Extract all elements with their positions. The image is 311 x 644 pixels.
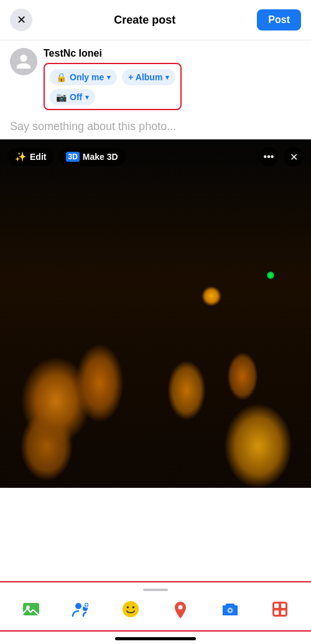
grid-icon <box>271 600 289 623</box>
page-title: Create post <box>114 14 175 27</box>
drag-handle <box>143 589 168 591</box>
svg-rect-17 <box>274 610 279 615</box>
tag-people-icon <box>72 600 90 623</box>
photo-area: ✨ Edit 3D Make 3D ••• ✕ <box>0 139 311 488</box>
photo-toolbar-left: ✨ Edit 3D Make 3D <box>7 147 126 166</box>
chevron-down-icon-2: ▾ <box>165 73 169 82</box>
svg-point-2 <box>75 603 81 609</box>
ellipsis-icon: ••• <box>264 151 274 162</box>
photo-gallery-icon <box>22 600 40 623</box>
location-icon <box>171 600 190 623</box>
instagram-icon: 📷 <box>56 92 67 102</box>
tag-people-button[interactable] <box>67 597 95 625</box>
photo-toolbar: ✨ Edit 3D Make 3D ••• ✕ <box>0 147 311 167</box>
photo-close-button[interactable]: ✕ <box>284 147 304 167</box>
make3d-button[interactable]: 3D Make 3D <box>58 147 125 166</box>
svg-point-10 <box>179 605 183 610</box>
controls-box: 🔒 Only me ▾ + Album ▾ 📷 Off ▾ <box>44 63 182 110</box>
close-icon: ✕ <box>290 151 298 163</box>
user-info: TestNc Ionei 🔒 Only me ▾ + Album ▾ 📷 Off… <box>44 48 301 110</box>
location-button[interactable] <box>166 597 195 625</box>
svg-point-13 <box>229 609 231 612</box>
person-icon <box>15 53 32 70</box>
sparkle-icon: ✨ <box>15 151 27 162</box>
bottom-toolbar <box>0 581 311 632</box>
privacy-button[interactable]: 🔒 Only me ▾ <box>50 69 117 85</box>
photo-background <box>0 139 311 488</box>
toolbar-icons <box>0 597 311 625</box>
instagram-button[interactable]: 📷 Off ▾ <box>50 89 95 105</box>
camera-icon <box>221 600 239 623</box>
close-button[interactable]: ✕ <box>10 9 32 31</box>
svg-point-8 <box>127 606 129 609</box>
controls-row-1: 🔒 Only me ▾ + Album ▾ <box>50 69 175 85</box>
username: TestNc Ionei <box>44 48 301 59</box>
svg-point-7 <box>123 601 139 617</box>
grid-button[interactable] <box>266 597 294 625</box>
post-button[interactable]: Post <box>257 9 301 30</box>
privacy-label: Only me <box>70 72 104 82</box>
svg-rect-16 <box>281 604 285 608</box>
threed-icon: 3D <box>66 152 79 162</box>
edit-button[interactable]: ✨ Edit <box>7 147 53 166</box>
home-indicator <box>115 637 196 640</box>
chevron-down-icon-3: ▾ <box>85 93 89 101</box>
chevron-down-icon: ▾ <box>107 73 111 82</box>
photo-gallery-button[interactable] <box>17 597 45 625</box>
photo-toolbar-right: ••• ✕ <box>259 147 304 167</box>
user-row: TestNc Ionei 🔒 Only me ▾ + Album ▾ 📷 Off… <box>0 40 311 115</box>
album-button[interactable]: + Album ▾ <box>122 69 175 85</box>
album-label: + Album <box>128 72 162 82</box>
make3d-label: Make 3D <box>83 152 118 162</box>
composer-placeholder[interactable]: Say something about this photo... <box>0 115 311 139</box>
more-options-button[interactable]: ••• <box>259 147 279 167</box>
svg-point-9 <box>132 606 135 609</box>
controls-row-2: 📷 Off ▾ <box>50 89 175 105</box>
lock-icon: 🔒 <box>56 72 67 82</box>
header: ✕ Create post Post <box>0 0 311 40</box>
instagram-label: Off <box>70 92 82 102</box>
camera-button[interactable] <box>216 597 244 625</box>
avatar <box>10 48 37 75</box>
emoji-icon <box>121 600 140 623</box>
emoji-button[interactable] <box>116 597 145 625</box>
svg-rect-15 <box>274 604 279 608</box>
edit-label: Edit <box>30 152 46 162</box>
svg-rect-18 <box>281 610 285 615</box>
